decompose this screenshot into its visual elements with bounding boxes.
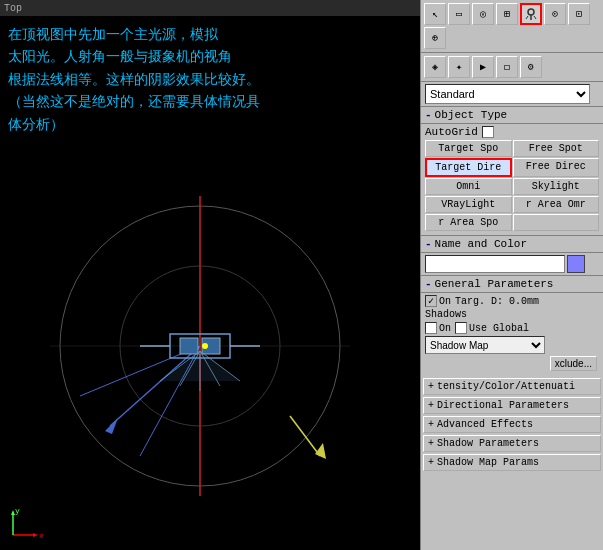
xclude-button[interactable]: xclude...: [550, 356, 597, 371]
targ-d-label: Targ. D: 0.0mm: [455, 296, 539, 307]
use-global-checkbox[interactable]: [455, 322, 467, 334]
main-container: Top 在顶视图中先加一个主光源，模拟 太阳光。人射角一般与摄象机的视角 根据法…: [0, 0, 603, 550]
shadows-on-checkbox[interactable]: [425, 322, 437, 334]
svg-point-28: [528, 9, 534, 15]
svg-marker-7: [105, 418, 118, 434]
shadow-map-params-label: Shadow Map Params: [437, 457, 539, 468]
name-color-label: Name and Color: [435, 238, 527, 250]
shadow-type-dropdown[interactable]: Shadow Map Ray Traced Shadows Advanced R…: [425, 336, 545, 354]
circle-scene: [50, 196, 350, 496]
chinese-line-1: 在顶视图中先加一个主光源，模拟: [8, 24, 412, 46]
directional-params-section[interactable]: + Directional Parameters: [423, 397, 601, 414]
on-checkbox[interactable]: ✓: [425, 295, 437, 307]
shadows-on-label: On: [439, 323, 451, 334]
minus-icon-3: -: [425, 278, 432, 290]
tool-hierarchy-btn[interactable]: ✦: [448, 56, 470, 78]
tool-utilities-btn[interactable]: ⚙: [520, 56, 542, 78]
plus-icon-4: +: [428, 438, 434, 449]
xclude-row: xclude...: [425, 356, 599, 371]
plus-icon-1: +: [428, 381, 434, 392]
auto-grid-row: AutoGrid: [425, 126, 599, 138]
tool-light-btn[interactable]: [520, 3, 542, 25]
tool-shape-btn[interactable]: ⊕: [424, 27, 446, 49]
minus-icon-2: -: [425, 238, 432, 250]
light-buttons-grid: Target Spo Free Spot Target Dire Free Di…: [425, 140, 599, 231]
tool-arrow-btn[interactable]: ↖: [424, 3, 446, 25]
viewport-canvas[interactable]: 在顶视图中先加一个主光源，模拟 太阳光。人射角一般与摄象机的视角 根据法线相等。…: [0, 16, 420, 550]
tool-motion-btn[interactable]: ▶: [472, 56, 494, 78]
scene-svg: [50, 196, 350, 496]
name-color-section: [421, 253, 603, 275]
tool-camera-btn[interactable]: ⊙: [544, 3, 566, 25]
area-spo-btn[interactable]: r Area Spo: [425, 214, 512, 231]
directional-params-label: Directional Parameters: [437, 400, 569, 411]
target-spot-btn[interactable]: Target Spo: [425, 140, 512, 157]
tool-modify-btn[interactable]: ◈: [424, 56, 446, 78]
free-spot-btn[interactable]: Free Spot: [513, 140, 600, 157]
right-panel: ↖ ▭ ◎ ⊞ ⊙ ⊡ ⊕ ◈ ✦ ▶ ◻ ⚙ Standard Photome…: [420, 0, 603, 550]
chinese-text: 在顶视图中先加一个主光源，模拟 太阳光。人射角一般与摄象机的视角 根据法线相等。…: [8, 24, 412, 136]
general-params-section: ✓ On Targ. D: 0.0mm Shadows On Use Globa…: [421, 293, 603, 375]
shadows-row: Shadows: [425, 309, 599, 320]
name-input[interactable]: [425, 255, 565, 273]
auto-grid-checkbox[interactable]: [482, 126, 494, 138]
plus-icon-3: +: [428, 419, 434, 430]
axes-svg: x y: [8, 500, 48, 540]
skylight-btn[interactable]: Skylight: [513, 178, 600, 195]
svg-marker-21: [160, 351, 240, 381]
axes-indicator: x y: [8, 500, 48, 540]
shadow-map-params-section[interactable]: + Shadow Map Params: [423, 454, 601, 471]
viewport-label: Top: [0, 0, 420, 16]
chinese-line-3: 根据法线相等。这样的阴影效果比较好。: [8, 69, 412, 91]
area-omni-btn[interactable]: r Area Omr: [513, 196, 600, 213]
auto-grid-label: AutoGrid: [425, 126, 478, 138]
tool-rect-btn[interactable]: ▭: [448, 3, 470, 25]
chinese-line-4: （当然这不是绝对的，还需要具体情况具: [8, 91, 412, 113]
tool-display-btn[interactable]: ◻: [496, 56, 518, 78]
svg-line-31: [534, 16, 536, 19]
chinese-line-2: 太阳光。人射角一般与摄象机的视角: [8, 46, 412, 68]
plus-icon-2: +: [428, 400, 434, 411]
shadow-parameters-label: Shadow Parameters: [437, 438, 539, 449]
bottom-sections: + tensity/Color/Attenuati + Directional …: [421, 377, 603, 472]
svg-marker-23: [33, 533, 38, 537]
svg-text:y: y: [15, 506, 20, 515]
shadow-parameters-section[interactable]: + Shadow Parameters: [423, 435, 601, 452]
svg-text:x: x: [39, 531, 44, 540]
standard-dropdown[interactable]: Standard Photometric: [425, 84, 590, 104]
on-targ-row: ✓ On Targ. D: 0.0mm: [425, 295, 599, 307]
svg-line-30: [526, 16, 528, 19]
intensity-color-label: tensity/Color/Attenuati: [437, 381, 575, 392]
use-global-label: Use Global: [469, 323, 529, 334]
name-color-header[interactable]: - Name and Color: [421, 235, 603, 253]
standard-dropdown-row: Standard Photometric: [421, 82, 603, 106]
free-direc-btn[interactable]: Free Direc: [513, 158, 600, 177]
shadow-type-row: Shadow Map Ray Traced Shadows Advanced R…: [425, 336, 599, 354]
empty-btn: [513, 214, 600, 231]
target-dire-btn[interactable]: Target Dire: [425, 158, 512, 177]
shadows-label: Shadows: [425, 309, 467, 320]
viewport-name: Top: [4, 3, 22, 14]
tool-circle-btn[interactable]: ◎: [472, 3, 494, 25]
intensity-color-section[interactable]: + tensity/Color/Attenuati: [423, 378, 601, 395]
use-global-wrapper: Use Global: [455, 322, 529, 334]
object-type-label: Object Type: [435, 109, 508, 121]
advanced-effects-section[interactable]: + Advanced Effects: [423, 416, 601, 433]
viewport-area: Top 在顶视图中先加一个主光源，模拟 太阳光。人射角一般与摄象机的视角 根据法…: [0, 0, 420, 550]
name-row: [425, 255, 599, 273]
object-type-header[interactable]: - Object Type: [421, 106, 603, 124]
on-checkbox-wrapper: ✓ On: [425, 295, 451, 307]
general-params-label: General Parameters: [435, 278, 554, 290]
svg-rect-11: [180, 338, 198, 354]
minus-icon: -: [425, 109, 432, 121]
tool-helper-btn[interactable]: ⊡: [568, 3, 590, 25]
svg-line-8: [290, 416, 320, 456]
color-swatch[interactable]: [567, 255, 585, 273]
omni-btn[interactable]: Omni: [425, 178, 512, 195]
shadows-on-wrapper: On: [425, 322, 451, 334]
general-params-header[interactable]: - General Parameters: [421, 275, 603, 293]
vraylight-btn[interactable]: VRayLight: [425, 196, 512, 213]
shadows-on-row: On Use Global: [425, 322, 599, 334]
svg-point-13: [202, 343, 208, 349]
tool-grid-btn[interactable]: ⊞: [496, 3, 518, 25]
